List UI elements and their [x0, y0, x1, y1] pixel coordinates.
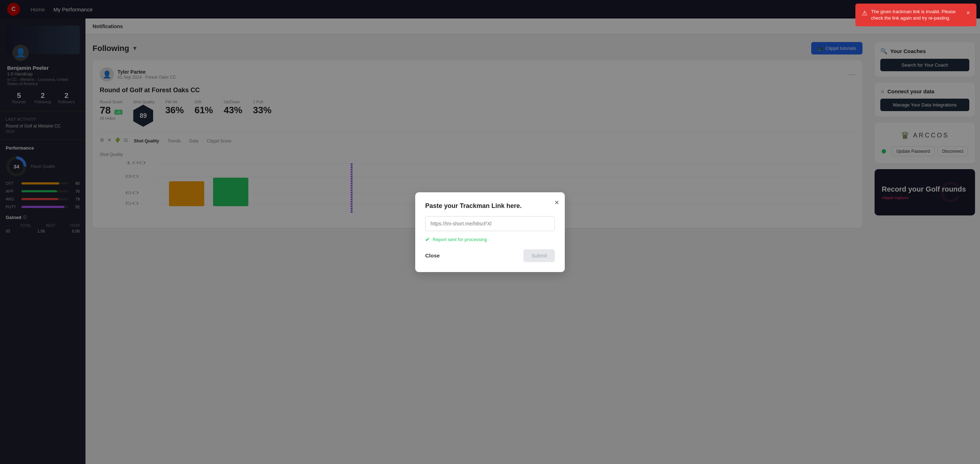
- error-toast: ⚠ The given trackman link is invalid. Pl…: [855, 3, 977, 26]
- toast-message: The given trackman link is invalid. Plea…: [871, 8, 963, 21]
- warning-icon: ⚠: [862, 9, 867, 18]
- trackman-modal: × Paste your Trackman Link here. ✔ Repor…: [415, 192, 565, 272]
- success-check-icon: ✔: [425, 236, 430, 243]
- modal-actions: Close Submit: [425, 249, 555, 262]
- modal-title: Paste your Trackman Link here.: [425, 202, 555, 210]
- modal-success-message: ✔ Report sent for processing: [425, 236, 555, 243]
- modal-submit-button[interactable]: Submit: [523, 249, 555, 262]
- modal-close-button[interactable]: Close: [425, 253, 440, 259]
- modal-overlay[interactable]: × Paste your Trackman Link here. ✔ Repor…: [0, 0, 980, 464]
- modal-close-icon[interactable]: ×: [554, 198, 559, 207]
- toast-close-icon[interactable]: ×: [966, 8, 970, 17]
- trackman-link-input[interactable]: [425, 216, 555, 231]
